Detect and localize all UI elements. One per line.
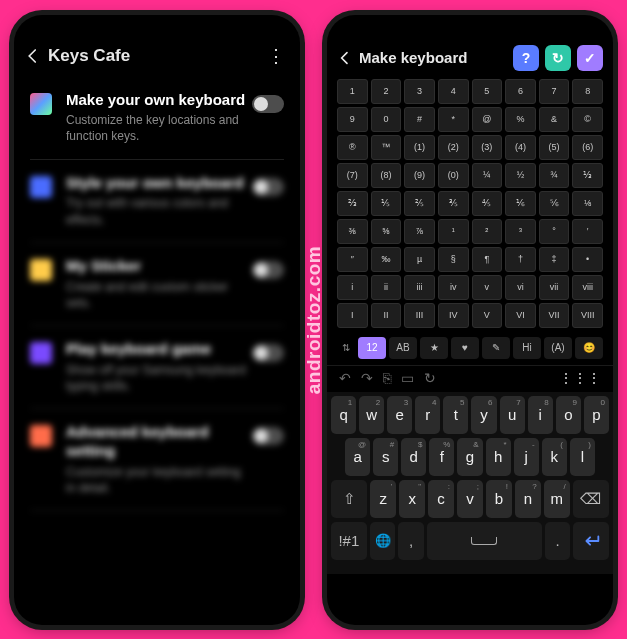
palette-cell[interactable]: #: [404, 107, 435, 132]
palette-cell[interactable]: VII: [539, 303, 570, 328]
palette-cell[interactable]: (2): [438, 135, 469, 160]
palette-cell[interactable]: ⅞: [404, 219, 435, 244]
toolbar-button[interactable]: ▭: [401, 370, 414, 386]
more-icon[interactable]: ⋮: [266, 45, 286, 67]
key-s[interactable]: #s: [373, 438, 398, 476]
key-e[interactable]: 3e: [387, 396, 412, 434]
palette-cell[interactable]: iii: [404, 275, 435, 300]
palette-cell[interactable]: ii: [371, 275, 402, 300]
palette-cell[interactable]: i: [337, 275, 368, 300]
category-tab[interactable]: AB: [389, 337, 417, 359]
palette-cell[interactable]: (7): [337, 163, 368, 188]
category-tab[interactable]: 😊: [575, 337, 603, 359]
space-key[interactable]: [427, 522, 542, 560]
palette-cell[interactable]: iv: [438, 275, 469, 300]
key-j[interactable]: -j: [514, 438, 539, 476]
palette-cell[interactable]: ⅝: [371, 219, 402, 244]
back-icon[interactable]: [337, 50, 353, 66]
key-x[interactable]: "x: [399, 480, 425, 518]
palette-cell[interactable]: ″: [337, 247, 368, 272]
key-n[interactable]: ?n: [515, 480, 541, 518]
enter-key[interactable]: [573, 522, 609, 560]
key-u[interactable]: 7u: [500, 396, 525, 434]
palette-cell[interactable]: *: [438, 107, 469, 132]
settings-item[interactable]: Advanced keyboard settingCustomize your …: [30, 409, 284, 511]
category-tab[interactable]: (A): [544, 337, 572, 359]
key-h[interactable]: *h: [486, 438, 511, 476]
category-tab[interactable]: ♥: [451, 337, 479, 359]
palette-cell[interactable]: v: [472, 275, 503, 300]
key-t[interactable]: 5t: [443, 396, 468, 434]
palette-cell[interactable]: ³: [505, 219, 536, 244]
key-k[interactable]: (k: [542, 438, 567, 476]
palette-cell[interactable]: (6): [572, 135, 603, 160]
palette-cell[interactable]: vi: [505, 275, 536, 300]
palette-cell[interactable]: vii: [539, 275, 570, 300]
palette-cell[interactable]: 0: [371, 107, 402, 132]
palette-cell[interactable]: III: [404, 303, 435, 328]
palette-cell[interactable]: 4: [438, 79, 469, 104]
category-tab[interactable]: ★: [420, 337, 448, 359]
palette-cell[interactable]: ⅔: [337, 191, 368, 216]
key-g[interactable]: &g: [457, 438, 482, 476]
palette-cell[interactable]: @: [472, 107, 503, 132]
toolbar-button[interactable]: ↶: [339, 370, 351, 386]
key-i[interactable]: 8i: [528, 396, 553, 434]
palette-cell[interactable]: ²: [472, 219, 503, 244]
mode-key[interactable]: !#1: [331, 522, 367, 560]
settings-item[interactable]: Make your own keyboardCustomize the key …: [30, 77, 284, 160]
key-b[interactable]: !b: [486, 480, 512, 518]
palette-cell[interactable]: (3): [472, 135, 503, 160]
settings-item[interactable]: My StickerCreate and edit custom sticker…: [30, 243, 284, 326]
key-c[interactable]: :c: [428, 480, 454, 518]
palette-cell[interactable]: I: [337, 303, 368, 328]
toggle[interactable]: [252, 427, 284, 445]
period-key[interactable]: .: [545, 522, 571, 560]
palette-cell[interactable]: (1): [404, 135, 435, 160]
palette-cell[interactable]: ⅗: [438, 191, 469, 216]
key-v[interactable]: ;v: [457, 480, 483, 518]
palette-cell[interactable]: 8: [572, 79, 603, 104]
key-l[interactable]: )l: [570, 438, 595, 476]
palette-cell[interactable]: %: [505, 107, 536, 132]
key-a[interactable]: @a: [345, 438, 370, 476]
key-m[interactable]: /m: [544, 480, 570, 518]
palette-cell[interactable]: VIII: [572, 303, 603, 328]
key-y[interactable]: 6y: [471, 396, 496, 434]
key-r[interactable]: 4r: [415, 396, 440, 434]
palette-cell[interactable]: (0): [438, 163, 469, 188]
key-⇧[interactable]: ⇧: [331, 480, 367, 518]
palette-cell[interactable]: •: [572, 247, 603, 272]
palette-cell[interactable]: ®: [337, 135, 368, 160]
settings-item[interactable]: Style your own keyboardTry out with vari…: [30, 160, 284, 243]
palette-cell[interactable]: ‰: [371, 247, 402, 272]
palette-cell[interactable]: ¾: [539, 163, 570, 188]
key-w[interactable]: 2w: [359, 396, 384, 434]
palette-cell[interactable]: ⅙: [505, 191, 536, 216]
palette-cell[interactable]: 9: [337, 107, 368, 132]
palette-cell[interactable]: 5: [472, 79, 503, 104]
palette-cell[interactable]: IV: [438, 303, 469, 328]
category-tab[interactable]: ✎: [482, 337, 510, 359]
toolbar-button[interactable]: ↷: [361, 370, 373, 386]
palette-cell[interactable]: ¶: [472, 247, 503, 272]
help-button[interactable]: ?: [513, 45, 539, 71]
palette-cell[interactable]: °: [539, 219, 570, 244]
category-tab[interactable]: Hi: [513, 337, 541, 359]
palette-cell[interactable]: ⅘: [472, 191, 503, 216]
toggle[interactable]: [252, 95, 284, 113]
toggle[interactable]: [252, 344, 284, 362]
palette-cell[interactable]: §: [438, 247, 469, 272]
palette-cell[interactable]: (9): [404, 163, 435, 188]
key-z[interactable]: 'z: [370, 480, 396, 518]
palette-cell[interactable]: 2: [371, 79, 402, 104]
palette-cell[interactable]: V: [472, 303, 503, 328]
comma-key[interactable]: ,: [398, 522, 424, 560]
toggle[interactable]: [252, 178, 284, 196]
palette-cell[interactable]: ⅕: [371, 191, 402, 216]
key-o[interactable]: 9o: [556, 396, 581, 434]
reorder-handle[interactable]: ⇅: [337, 337, 355, 359]
globe-key[interactable]: 🌐: [370, 522, 396, 560]
palette-cell[interactable]: ⅜: [337, 219, 368, 244]
palette-cell[interactable]: 3: [404, 79, 435, 104]
